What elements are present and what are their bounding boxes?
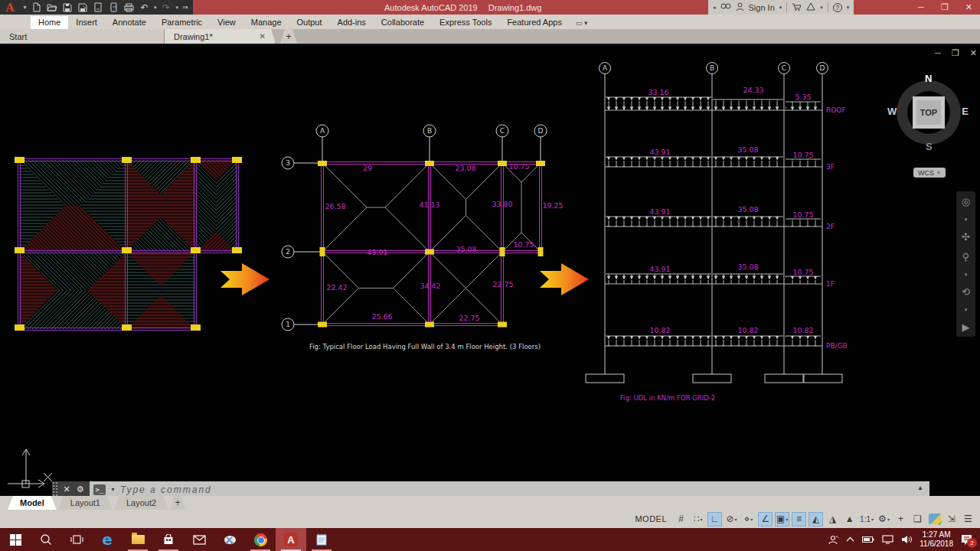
taskbar-clock[interactable]: 1:27 AM 11/6/2018 xyxy=(920,530,953,549)
annotation-monitor-icon[interactable]: + xyxy=(893,512,908,527)
object-snap-tracking-icon[interactable]: ∠ xyxy=(758,512,773,527)
tab-collaborate[interactable]: Collaborate xyxy=(374,16,432,29)
customization-menu-icon[interactable]: ☰ xyxy=(961,512,975,527)
mail-icon[interactable] xyxy=(184,528,214,551)
viewcube-face[interactable]: TOP xyxy=(913,96,945,129)
tab-express-tools[interactable]: Express Tools xyxy=(432,16,499,29)
doc-close-icon[interactable]: ✕ xyxy=(970,49,977,57)
drawing-area[interactable]: A B C D 3 2 1 xyxy=(0,44,980,496)
undo-caret-icon[interactable]: ▾ xyxy=(154,5,157,11)
compass-west[interactable]: W xyxy=(887,106,897,117)
help-caret-icon[interactable]: ▾ xyxy=(847,5,850,11)
navigation-wheel-icon[interactable]: ◎ xyxy=(962,197,970,207)
orbit-icon[interactable]: ⟲ xyxy=(962,287,970,297)
autocad-taskbar-icon[interactable]: A xyxy=(276,528,306,551)
showmotion-icon[interactable]: ▶ xyxy=(962,322,970,332)
tab-layout2[interactable]: Layout2 xyxy=(114,496,168,510)
wcs-dropdown[interactable]: WCS ▼ xyxy=(913,168,946,178)
volume-icon[interactable] xyxy=(901,535,912,544)
save-icon[interactable] xyxy=(62,2,74,13)
quick-properties-icon[interactable]: ❏ xyxy=(910,512,925,527)
open-file-icon[interactable] xyxy=(47,2,58,13)
action-center-icon[interactable]: 2 xyxy=(961,534,972,545)
chrome-icon[interactable] xyxy=(245,528,276,551)
restore-button[interactable]: ❐ xyxy=(941,3,949,11)
share-mobile-icon[interactable] xyxy=(108,2,119,13)
tab-annotate[interactable]: Annotate xyxy=(105,16,154,29)
orbit-caret-icon[interactable]: ▾ xyxy=(965,307,968,312)
compass-north[interactable]: N xyxy=(925,73,932,84)
ortho-toggle-icon[interactable]: ∟ xyxy=(707,512,722,527)
minimize-button[interactable]: ─ xyxy=(918,3,924,11)
workspace-gear-icon[interactable]: ⚙▾ xyxy=(877,512,891,527)
edge-icon[interactable]: e xyxy=(92,528,122,551)
new-layout-button[interactable]: + xyxy=(170,496,185,510)
isodraft-icon[interactable]: ⋄▾ xyxy=(741,512,756,527)
tab-manage[interactable]: Manage xyxy=(243,16,289,29)
autocad-app-icon[interactable]: A xyxy=(2,1,18,14)
redo-icon[interactable]: ↷ xyxy=(160,2,172,13)
app-store-cart-icon[interactable] xyxy=(792,2,802,13)
annotation-scale-value[interactable]: 1:1▾ xyxy=(859,512,874,527)
viewcube[interactable]: TOP N S W E xyxy=(890,74,967,151)
doc-restore-icon[interactable]: ❐ xyxy=(952,49,959,57)
a360-share-icon[interactable] xyxy=(806,2,815,12)
search-icon[interactable] xyxy=(720,2,731,12)
app-menu-caret-icon[interactable]: ▼ xyxy=(22,5,28,10)
file-tab-start[interactable]: Start xyxy=(0,29,165,44)
zoom-caret-icon[interactable]: ▾ xyxy=(965,272,968,277)
undo-icon[interactable]: ↶ xyxy=(139,2,150,13)
command-history-caret-icon[interactable]: ▼ xyxy=(110,487,116,492)
start-button[interactable] xyxy=(0,528,31,551)
compass-south[interactable]: S xyxy=(926,141,933,152)
help-icon[interactable]: ? xyxy=(833,3,842,12)
user-icon[interactable] xyxy=(736,2,744,13)
signin-label[interactable]: Sign In xyxy=(749,3,775,12)
annotation-autoscale-icon[interactable]: ◮ xyxy=(825,512,840,527)
compass-east[interactable]: E xyxy=(962,106,969,117)
tab-output[interactable]: Output xyxy=(289,16,330,29)
file-tab-drawing1[interactable]: Drawing1* ✕ xyxy=(165,29,276,44)
tab-insert[interactable]: Insert xyxy=(68,16,105,29)
signin-caret-icon[interactable]: ▾ xyxy=(779,5,782,11)
drawing-canvas[interactable]: A B C D 3 2 1 xyxy=(0,44,980,496)
tray-chevron-icon[interactable] xyxy=(846,536,854,543)
tab-addins[interactable]: Add-ins xyxy=(330,16,374,29)
tab-featured-apps[interactable]: Featured Apps xyxy=(499,16,570,29)
clean-screen-icon[interactable]: ⇲ xyxy=(944,512,959,527)
print-icon[interactable] xyxy=(123,2,135,13)
new-file-icon[interactable] xyxy=(31,2,43,13)
command-input[interactable]: >_ ▼ Type a command ▲ xyxy=(90,481,929,496)
command-line-grip[interactable] xyxy=(52,481,57,496)
graphics-performance-icon[interactable] xyxy=(927,512,942,527)
file-tab-close-icon[interactable]: ✕ xyxy=(260,32,266,41)
annotation-visibility-icon[interactable]: ◭ xyxy=(808,512,823,527)
grid-toggle-icon[interactable]: # xyxy=(674,512,688,527)
annotation-scale-icon[interactable]: ▲ xyxy=(842,512,857,527)
lineweight-icon[interactable]: ≡ xyxy=(792,512,806,527)
network-icon[interactable] xyxy=(882,535,893,544)
snipping-tool-icon[interactable] xyxy=(214,528,245,551)
notepad-icon[interactable] xyxy=(306,528,337,551)
nav-caret-icon[interactable]: ▾ xyxy=(965,217,968,222)
ribbon-display-toggle[interactable]: ▭ ▾ xyxy=(576,19,588,29)
new-drawing-tab-button[interactable]: + xyxy=(280,29,297,44)
people-icon[interactable] xyxy=(828,535,838,545)
doc-minimize-icon[interactable]: ─ xyxy=(935,49,941,57)
command-wrench-icon[interactable]: ⚙ xyxy=(77,484,84,494)
battery-icon[interactable] xyxy=(862,536,874,543)
save-as-icon[interactable] xyxy=(77,2,89,13)
plot-preview-icon[interactable] xyxy=(93,2,104,13)
tab-parametric[interactable]: Parametric xyxy=(154,16,210,29)
store-icon[interactable] xyxy=(153,528,184,551)
command-close-icon[interactable]: ✕ xyxy=(63,484,70,494)
command-line[interactable]: ✕ ⚙ >_ ▼ Type a command ▲ xyxy=(52,481,929,496)
taskbar-search-icon[interactable] xyxy=(31,528,61,551)
task-view-icon[interactable] xyxy=(61,528,92,551)
model-space-label[interactable]: MODEL xyxy=(635,514,667,523)
infocenter-collapse-icon[interactable]: ◂ xyxy=(713,5,716,11)
command-collapse-icon[interactable]: ▲ xyxy=(917,484,923,491)
polar-tracking-icon[interactable]: ⊘▾ xyxy=(724,512,739,527)
snap-toggle-icon[interactable]: ∷▾ xyxy=(691,512,705,527)
share-caret-icon[interactable]: ▾ xyxy=(820,5,823,11)
